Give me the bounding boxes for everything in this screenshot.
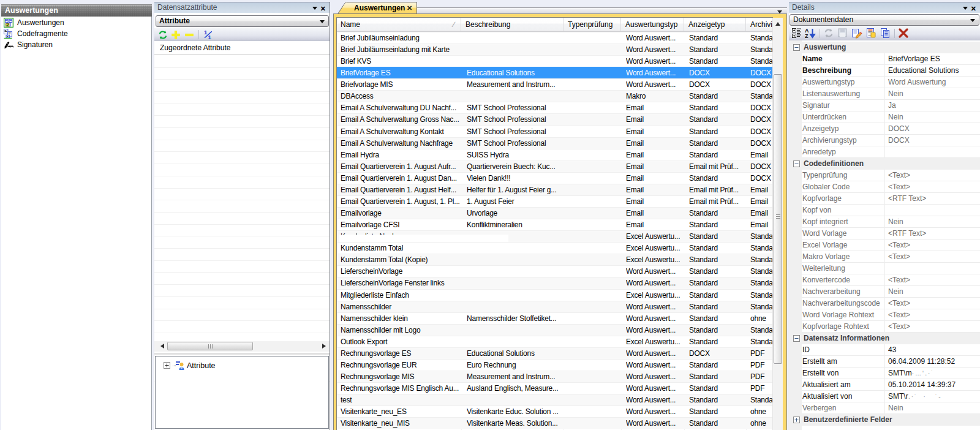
svg-text:1: 1: [204, 29, 208, 36]
svg-text:Z: Z: [805, 33, 809, 39]
